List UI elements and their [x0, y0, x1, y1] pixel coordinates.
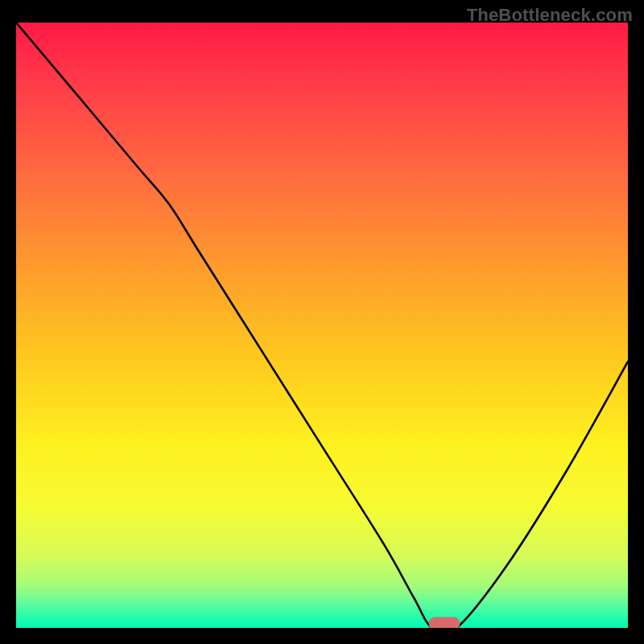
plot-area: [16, 23, 628, 628]
optimum-marker: [429, 617, 460, 628]
bottleneck-curve: [16, 23, 628, 628]
curve-svg: [16, 23, 628, 628]
chart-frame: TheBottleneck.com: [0, 0, 644, 644]
